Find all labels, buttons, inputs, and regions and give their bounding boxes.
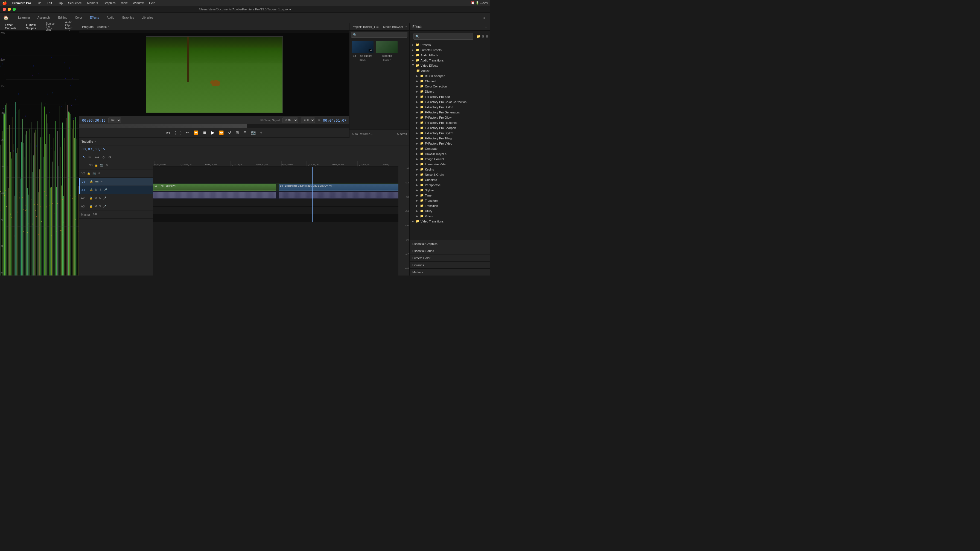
- tree-item-obsolete[interactable]: ▶ 📁 Obsolete: [410, 177, 490, 182]
- play-in-to-out-button[interactable]: ↩: [185, 128, 190, 138]
- fit-dropdown[interactable]: Fit: [108, 118, 121, 123]
- tree-item-fxfactory-distort[interactable]: ▶ 📁 FxFactory Pro Distort: [410, 105, 490, 110]
- ripple-tool[interactable]: ⟺: [94, 155, 100, 160]
- project-header-icon[interactable]: ☰: [376, 25, 379, 28]
- clip-squirrels-v1[interactable]: 13 - Looking for Squirrels (15-May-11).M…: [278, 184, 407, 191]
- v1-track[interactable]: 18 - The Tudors [V] 13 - Looking for Squ…: [153, 183, 409, 191]
- tree-item-blur-sharpen[interactable]: ▶ 📁 Blur & Sharpen: [410, 73, 490, 78]
- tree-item-fxfactory-halftones[interactable]: ▶ 📁 FxFactory Pro Halftones: [410, 120, 490, 125]
- tree-item-noise-grain[interactable]: ▶ 📁 Noise & Grain: [410, 172, 490, 177]
- tab-audio[interactable]: Audio: [103, 14, 118, 21]
- export-frame-button[interactable]: 📷: [250, 128, 257, 138]
- track-a2-m[interactable]: M: [94, 196, 97, 200]
- a1-track[interactable]: [153, 191, 409, 199]
- tree-item-video-transitions[interactable]: ▶ 📁 Video Transitions: [410, 219, 490, 224]
- tree-item-video[interactable]: ▶ 📁 Video: [410, 213, 490, 219]
- settings-icon[interactable]: ⚙: [318, 119, 320, 122]
- track-v1-visible[interactable]: 👁: [100, 180, 104, 183]
- a2-track[interactable]: [153, 199, 409, 206]
- tree-item-keying[interactable]: ▶ 📁 Keying: [410, 167, 490, 172]
- auto-reframe-label[interactable]: Auto Reframe...: [352, 132, 373, 135]
- step-back-button[interactable]: ⟨: [173, 128, 177, 138]
- minimize-button[interactable]: [8, 8, 11, 11]
- tab-libraries[interactable]: Libraries: [138, 14, 157, 21]
- maximize-button[interactable]: [13, 8, 16, 11]
- lumetri-color-section[interactable]: Lumetri Color: [410, 254, 490, 261]
- track-a1-m[interactable]: M: [95, 188, 98, 192]
- track-v3-eye[interactable]: V3: [89, 164, 93, 167]
- tree-item-fxfactory-glow[interactable]: ▶ 📁 FxFactory Pro Glow: [410, 115, 490, 120]
- tree-item-perspective[interactable]: ▶ 📁 Perspective: [410, 182, 490, 187]
- play-reverse-button[interactable]: ⏪: [192, 128, 199, 138]
- menu-help[interactable]: Help: [148, 2, 156, 5]
- track-a3-m[interactable]: M: [94, 205, 97, 208]
- tree-item-hawaiki[interactable]: ▶ 📁 Hawaiki Keyer 4: [410, 151, 490, 156]
- a3-track[interactable]: [153, 206, 409, 214]
- tree-item-stylize[interactable]: ▶ 📁 Stylize: [410, 187, 490, 193]
- apple-menu[interactable]: 🍎: [2, 1, 7, 5]
- play-button[interactable]: ▶: [210, 128, 216, 138]
- track-a3-s[interactable]: S: [99, 205, 102, 208]
- menu-markers[interactable]: Markers: [86, 2, 99, 5]
- tree-item-immersive-video[interactable]: ▶ 📁 Immersive Video: [410, 162, 490, 167]
- effects-list-view-icon[interactable]: ⊞: [482, 35, 485, 38]
- settings-tool[interactable]: ⚙: [107, 155, 112, 160]
- menu-window[interactable]: Window: [132, 2, 145, 5]
- effects-search-input[interactable]: [420, 35, 471, 38]
- menu-view[interactable]: View: [120, 2, 129, 5]
- track-a3-mic[interactable]: 🎤: [103, 205, 107, 208]
- tree-item-transition[interactable]: ▶ 📁 Transition: [410, 203, 490, 208]
- track-v3-visible[interactable]: 👁: [105, 164, 109, 167]
- track-a2-mic[interactable]: 🎤: [103, 196, 107, 200]
- add-marker-button[interactable]: +: [259, 128, 263, 138]
- mark-in-button[interactable]: ⏮: [165, 128, 171, 138]
- track-a2-lock[interactable]: 🔒: [89, 196, 93, 200]
- tree-item-generate[interactable]: ▶ 📁 Generate: [410, 146, 490, 151]
- tree-item-fxfactory-generators[interactable]: ▶ 📁 FxFactory Pro Generators: [410, 110, 490, 115]
- track-a3-lock[interactable]: 🔒: [89, 205, 93, 208]
- track-v3-camera[interactable]: 📷: [100, 164, 104, 167]
- monitor-menu-icon[interactable]: ≡: [108, 25, 110, 28]
- track-v2-lock[interactable]: 🔒: [86, 171, 91, 175]
- tab-assembly[interactable]: Assembly: [33, 14, 54, 21]
- tree-item-transform[interactable]: ▶ 📁 Transform: [410, 198, 490, 203]
- track-a2-s[interactable]: S: [99, 196, 102, 200]
- tree-item-fxfactory-blur[interactable]: ▶ 📁 FxFactory Pro Blur: [410, 94, 490, 99]
- tree-item-adjust[interactable]: 📁 Adjust: [410, 68, 490, 73]
- track-a1-mic[interactable]: 🎤: [103, 188, 107, 192]
- track-a1-lock[interactable]: 🔒: [89, 188, 94, 192]
- project-search[interactable]: 🔍: [351, 32, 407, 38]
- effects-maximize-icon[interactable]: ⊡: [485, 25, 487, 29]
- monitor-bottom-timebar[interactable]: [79, 124, 349, 128]
- tab-effects[interactable]: Effects: [86, 14, 103, 21]
- tree-item-audio-effects[interactable]: ▶ 📁 Audio Effects: [410, 52, 490, 58]
- marker-add-tool[interactable]: ◇: [102, 155, 106, 160]
- essential-graphics-section[interactable]: Essential Graphics: [410, 240, 490, 247]
- media-browser-expand[interactable]: »: [405, 25, 407, 28]
- menu-graphics[interactable]: Graphics: [102, 2, 116, 5]
- tree-item-fxfactory-sharpen[interactable]: ▶ 📁 FxFactory Pro Sharpen: [410, 125, 490, 130]
- menu-edit[interactable]: Edit: [46, 2, 53, 5]
- v2-track[interactable]: [153, 175, 409, 183]
- essential-sound-section[interactable]: Essential Sound: [410, 247, 490, 254]
- bit-depth-dropdown[interactable]: 8 Bit: [282, 118, 298, 123]
- tab-lumetri-scopes[interactable]: Lumetri Scopes: [24, 22, 38, 32]
- safe-margins-button[interactable]: ⊞: [235, 128, 240, 138]
- menu-clip[interactable]: Clip: [56, 2, 64, 5]
- tree-item-video-effects[interactable]: ▶ 📁 Video Effects: [410, 63, 490, 68]
- monitor-playhead-marker[interactable]: [247, 124, 247, 128]
- track-v2-label[interactable]: V2: [81, 171, 85, 175]
- quality-dropdown[interactable]: Full: [301, 118, 315, 123]
- track-a1-s[interactable]: S: [99, 188, 102, 192]
- overflow-button[interactable]: »: [482, 16, 487, 20]
- tree-item-time[interactable]: ▶ 📁 Time: [410, 193, 490, 198]
- track-v1-camera[interactable]: 📷: [95, 180, 99, 183]
- list-item[interactable]: Ai 18 - The Tudors 31;25: [352, 41, 374, 61]
- project-search-input[interactable]: [358, 33, 406, 37]
- tree-item-channel[interactable]: ▶ 📁 Channel: [410, 78, 490, 84]
- close-button[interactable]: [3, 8, 6, 11]
- tree-item-fxfactory-stylize[interactable]: ▶ 📁 FxFactory Pro Stylize: [410, 130, 490, 135]
- tree-item-color-correction[interactable]: ▶ 📁 Color Correction: [410, 84, 490, 89]
- markers-section[interactable]: Markers: [410, 268, 490, 275]
- razor-tool[interactable]: ✂: [88, 155, 92, 160]
